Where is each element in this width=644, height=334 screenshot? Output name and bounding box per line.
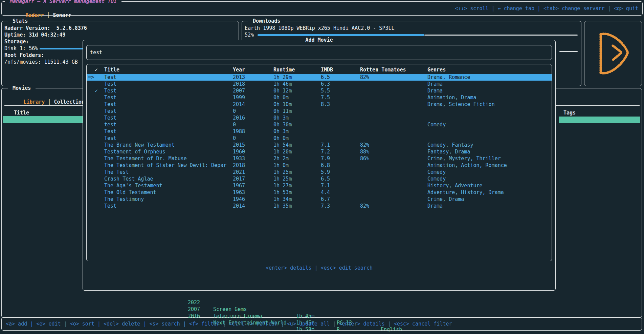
- movie-list-item[interactable]: mother!: [3, 245, 83, 252]
- movie-list-item[interactable]: Us: [3, 225, 83, 231]
- movie-table-row[interactable]: 2007 Telecinco Cinema 1h 45m R Spanish 0…: [0, 299, 644, 306]
- logo-panel: [584, 21, 642, 86]
- movie-list-item[interactable]: The Conjuring: The De: [3, 137, 83, 143]
- movie-list-item[interactable]: 1408: [3, 279, 83, 286]
- search-result-row[interactable]: The Aga's Testament 1967 1h 27m 7.1 Hist…: [87, 182, 552, 189]
- result-title: Test: [104, 87, 116, 94]
- result-imdb: 5.9: [321, 169, 330, 175]
- download-progress-remainder: [424, 35, 578, 36]
- managarr-app-screen: Managarr – A Servarr management TUI Rada…: [0, 0, 644, 334]
- result-title: Test: [104, 128, 116, 135]
- movie-search-input[interactable]: test: [86, 45, 552, 60]
- movies-tab-divider: │: [45, 99, 54, 105]
- result-runtime: 0h 12m: [273, 87, 292, 94]
- movie-list-item[interactable]: The Witch: [3, 204, 83, 211]
- result-rotten-tomatoes: 86%: [360, 155, 369, 162]
- search-result-row[interactable]: The Testimony 1946 1h 34m 6.7 Crime, Dra…: [87, 196, 552, 203]
- result-runtime: 0h 30m: [273, 121, 292, 128]
- movie-list-item[interactable]: Life: [3, 170, 83, 177]
- search-result-row[interactable]: Testament of Orpheus 1960 1h 20m 7.2 88%…: [87, 148, 552, 155]
- search-result-row[interactable]: The Brand New Testament 2015 1h 54m 7.1 …: [87, 142, 552, 148]
- search-result-row[interactable]: The Testament of Dr. Mabuse 1933 2h 2m 7…: [87, 155, 552, 162]
- disk-usage-gauge: [40, 48, 83, 49]
- movies-table-bottom-rows: 2022 Screen Gems 1h 45m PG-13 English 1.…: [0, 292, 644, 313]
- movie-list-item[interactable]: Gone with the Wind: [3, 184, 83, 191]
- column-header-tags[interactable]: Tags: [563, 109, 576, 116]
- stat-root-folders-value: /nfs/movies: 11511.43 GB: [4, 59, 87, 65]
- movie-list-item[interactable]: Nope: [3, 177, 83, 184]
- result-runtime: 1h 25m: [273, 175, 292, 182]
- movie-list-item[interactable]: Sinister 2: [3, 218, 83, 225]
- result-year: 2013: [233, 74, 245, 81]
- header-title[interactable]: Title: [104, 66, 119, 73]
- movie-list-item[interactable]: A Quiet Place: [3, 191, 83, 197]
- result-runtime: 1h 53m: [273, 189, 292, 196]
- search-result-row[interactable]: ✓ Test 2007 0h 12m 5.5 Drama: [87, 87, 552, 94]
- result-year: 2014: [233, 101, 245, 108]
- movie-list-item[interactable]: The Martian: [3, 150, 83, 157]
- header-rotten-tomatoes[interactable]: Rotten Tomatoes: [360, 66, 406, 73]
- movie-list-item[interactable]: => Dune: [3, 116, 83, 123]
- movie-list-item[interactable]: Lights Out: [3, 272, 83, 279]
- selection-marker: =>: [88, 74, 94, 81]
- movie-table-row[interactable]: 2022 Screen Gems 1h 45m PG-13 English 1.…: [0, 292, 644, 299]
- search-result-row[interactable]: Test 0 0h 0m: [87, 135, 552, 142]
- result-imdb: 4.4: [321, 189, 330, 196]
- result-year: 2018: [233, 81, 245, 87]
- header-genres[interactable]: Genres: [427, 66, 446, 73]
- result-title: Test: [104, 81, 116, 87]
- result-runtime: 1h 54m: [273, 142, 292, 148]
- top-bar-panel: Managarr – A Servarr management TUI Rada…: [1, 1, 643, 16]
- movie-list-item[interactable]: Alien: [3, 164, 83, 170]
- movie-list-item[interactable]: Slender Man: [3, 231, 83, 238]
- movie-list-item[interactable]: Incantation: [3, 252, 83, 258]
- search-result-row[interactable]: Test 1999 0h 0m 7.5 Animation, Drama: [87, 94, 552, 101]
- movie-list-item[interactable]: A Quiet Place Part II: [3, 197, 83, 204]
- search-input-value: test: [90, 49, 102, 56]
- result-runtime: 1h 25m: [273, 169, 292, 175]
- movie-list-item[interactable]: The Thing: [3, 157, 83, 164]
- search-result-row[interactable]: Test 2014 0h 10m 8.3 Drama, Science Fict…: [87, 101, 552, 108]
- search-result-row[interactable]: Crash Test Aglae 2017 1h 25m 6.5 Comedy: [87, 175, 552, 182]
- header-imdb[interactable]: IMDB: [321, 66, 333, 73]
- header-year[interactable]: Year: [233, 66, 245, 73]
- result-title: Test: [104, 203, 116, 209]
- search-result-row[interactable]: Test 2016 0h 3m: [87, 114, 552, 121]
- movie-list-item[interactable]: Misery: [3, 265, 83, 272]
- movie-list-item[interactable]: The Conjuring: [3, 123, 83, 130]
- keybind-bar-panel: <a> add | <e> edit | <o> sort | <del> de…: [1, 317, 642, 331]
- search-result-row[interactable]: Test 0 0h 11m: [87, 108, 552, 114]
- search-result-row[interactable]: test 0 0h 30m Comedy: [87, 121, 552, 128]
- search-result-row[interactable]: Test 2018 1h 46m 6.3 Drama: [87, 81, 552, 87]
- result-year: 1933: [233, 155, 245, 162]
- result-imdb: 6.8: [321, 162, 330, 169]
- header-runtime[interactable]: Runtime: [273, 66, 295, 73]
- movie-table-row[interactable]: 2016 Next Entertainment World 1h 58m NR …: [0, 306, 644, 313]
- result-rotten-tomatoes: 82%: [360, 142, 369, 148]
- movie-list-item[interactable]: Sinister: [3, 211, 83, 218]
- movie-list-item[interactable]: The Girl with All the: [3, 286, 83, 292]
- search-result-row[interactable]: The Testament of Sister New Devil: Depar…: [87, 162, 552, 169]
- column-header-title[interactable]: Title: [14, 109, 29, 116]
- selected-row-tags-highlight[interactable]: [559, 117, 640, 123]
- tab-sonarr[interactable]: Sonarr: [53, 12, 71, 18]
- result-title: The Testimony: [104, 196, 144, 203]
- download-progress-filled: [258, 34, 424, 36]
- result-imdb: 5.5: [321, 87, 330, 94]
- movie-list-item[interactable]: Firestarter: [3, 258, 83, 265]
- movie-list-item[interactable]: Ma: [3, 238, 83, 245]
- stats-panel-title: Stats: [8, 18, 32, 24]
- search-result-row[interactable]: The Test 2021 1h 25m 5.9 Comedy: [87, 169, 552, 175]
- result-imdb: 7.9: [321, 155, 330, 162]
- movies-tab-library[interactable]: Library: [23, 99, 45, 105]
- stat-uptime: Uptime: 31d 04:32:49: [4, 32, 87, 38]
- result-year: 1988: [233, 128, 245, 135]
- search-result-row[interactable]: Test 2014 1h 35m 7.3 82% Drama: [87, 203, 552, 209]
- movie-list-item[interactable]: The Conjuring 2: [3, 130, 83, 137]
- movie-list-item[interactable]: Inception: [3, 143, 83, 150]
- result-genres: Comedy: [427, 121, 446, 128]
- stat-version: Radarr Version: 5.2.6.8376: [4, 25, 87, 32]
- search-result-row[interactable]: Test 1988 0h 3m: [87, 128, 552, 135]
- search-result-row[interactable]: => Test 2013 1h 29m 6.5 82% Drama, Roman…: [87, 74, 552, 81]
- search-result-row[interactable]: The Old Testament 1963 1h 53m 4.4 Advent…: [87, 189, 552, 196]
